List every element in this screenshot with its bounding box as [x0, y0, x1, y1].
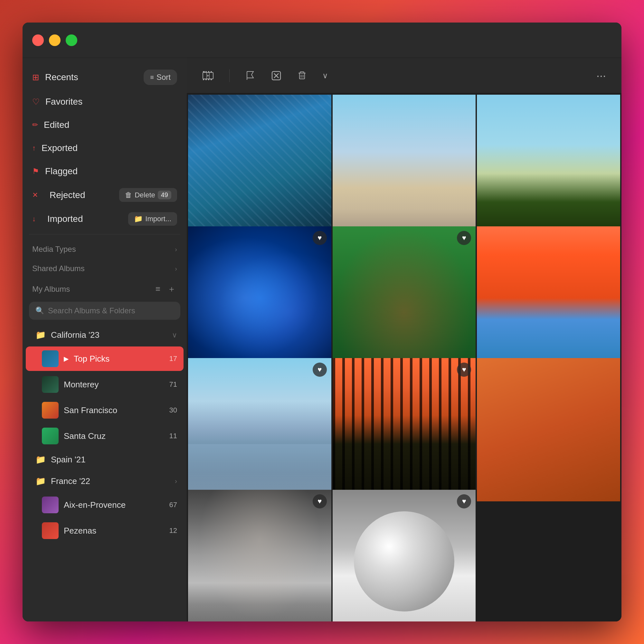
photo-cell-seals[interactable]: ♥: [333, 226, 476, 370]
edited-icon: ✏: [32, 121, 38, 129]
photo-shore-fav[interactable]: ♥: [313, 363, 327, 377]
import-button[interactable]: 📁 Import...: [128, 212, 177, 226]
sort-label: Sort: [156, 73, 171, 82]
album-pezenas-count: 12: [169, 526, 177, 535]
photo-fish-bg: [188, 95, 331, 238]
photo-cell-bw-object[interactable]: ♥: [333, 490, 476, 621]
toolbar-separator-1: [229, 69, 230, 82]
reject-button[interactable]: [268, 68, 284, 84]
content-area: ∨ ··· ♥: [187, 58, 621, 621]
sidebar-item-favorites[interactable]: ♡ Favorites: [26, 91, 184, 113]
search-icon: 🔍: [35, 307, 44, 315]
close-button[interactable]: [32, 34, 44, 46]
svg-rect-5: [203, 79, 204, 80]
album-pezenas-label: Pezenas: [64, 526, 164, 536]
my-albums-label: My Albums: [32, 285, 70, 294]
photo-cell-tree[interactable]: [477, 95, 620, 238]
my-albums-header: My Albums ≡ ＋: [23, 276, 187, 299]
flag-button[interactable]: [242, 68, 259, 84]
search-input[interactable]: [48, 306, 174, 315]
albums-sort-button[interactable]: ≡: [154, 282, 162, 296]
photo-cell-partial[interactable]: [477, 358, 620, 501]
favorites-label: Favorites: [45, 97, 82, 107]
folder-california-icon: 📁: [35, 330, 46, 340]
minimize-button[interactable]: [49, 34, 61, 46]
search-container: 🔍: [29, 302, 180, 320]
sidebar-item-imported[interactable]: ↓ Imported 📁 Import...: [26, 208, 184, 230]
favorites-icon: ♡: [32, 97, 40, 107]
album-top-picks-label: Top Picks: [74, 354, 164, 364]
photo-cell-forest-sunset[interactable]: ♥: [333, 358, 476, 501]
sort-button[interactable]: ≡ Sort: [144, 70, 177, 85]
folder-france-chevron: ›: [175, 477, 177, 486]
photo-ocean-sunset-bg: [477, 226, 620, 370]
photo-cell-bw-portrait[interactable]: ♥: [188, 490, 331, 621]
flag-icon: [245, 70, 256, 81]
albums-add-button[interactable]: ＋: [166, 282, 177, 296]
album-aix-en-provence[interactable]: Aix-en-Provence 67: [26, 493, 184, 517]
rejected-icon: ✕: [32, 191, 38, 199]
album-santa-cruz[interactable]: Santa Cruz 11: [26, 424, 184, 448]
import-label: Import...: [145, 215, 171, 223]
photo-jellyfish-bg: [188, 226, 331, 370]
exported-label: Exported: [42, 143, 78, 153]
photo-seals-fav[interactable]: ♥: [457, 231, 471, 245]
traffic-lights: [32, 34, 77, 46]
photo-cell-ocean-sunset[interactable]: [477, 226, 620, 370]
sidebar: ⊞ Recents ≡ Sort ♡ Favorites ✏ Edited ↑: [23, 58, 187, 621]
top-picks-flag-icon: ▶: [64, 355, 69, 363]
chevron-down-button[interactable]: ∨: [320, 69, 331, 83]
more-button[interactable]: ···: [594, 66, 609, 85]
section-media-types[interactable]: Media Types ›: [23, 238, 187, 257]
album-san-francisco[interactable]: San Francisco 30: [26, 398, 184, 422]
rejected-count: 49: [158, 191, 171, 199]
album-aix-label: Aix-en-Provence: [64, 500, 164, 510]
photo-bw-object-bg: [333, 490, 476, 621]
sidebar-item-rejected[interactable]: ✕ Rejected 🗑 Delete 49: [26, 184, 184, 206]
reject-icon: [271, 70, 282, 81]
photo-cell-shore[interactable]: ♥: [188, 358, 331, 501]
album-top-picks-thumb: [42, 350, 59, 367]
photo-forest-sunset-fav[interactable]: ♥: [457, 363, 471, 377]
section-shared-albums[interactable]: Shared Albums ›: [23, 257, 187, 276]
album-monterey-count: 71: [169, 380, 177, 389]
photo-cell-beach[interactable]: [333, 95, 476, 238]
sidebar-item-flagged[interactable]: ⚑ Flagged: [26, 160, 184, 182]
svg-rect-9: [204, 71, 205, 72]
album-monterey[interactable]: Monterey 71: [26, 372, 184, 397]
photo-jellyfish-fav[interactable]: ♥: [313, 231, 327, 245]
photo-grid: ♥ ♥ ♥ ♥: [187, 93, 621, 621]
delete-toolbar-button[interactable]: [294, 68, 310, 84]
sidebar-item-recents[interactable]: ⊞ Recents ≡ Sort: [26, 65, 184, 90]
folder-france-icon: 📁: [35, 476, 46, 486]
sort-icon: ≡: [150, 74, 154, 81]
shared-albums-chevron: ›: [175, 265, 177, 272]
album-top-picks-count: 17: [169, 355, 177, 363]
folder-france-22[interactable]: 📁 France '22 ›: [26, 471, 184, 491]
folder-california-23[interactable]: 📁 California '23 ∨: [26, 325, 184, 345]
sidebar-item-exported[interactable]: ↑ Exported: [26, 137, 184, 159]
photo-cell-fish[interactable]: [188, 95, 331, 238]
sidebar-item-edited[interactable]: ✏ Edited: [26, 114, 184, 136]
photo-bw-portrait-fav[interactable]: ♥: [313, 494, 327, 508]
svg-rect-3: [208, 71, 209, 72]
toolbar: ∨ ···: [187, 58, 621, 93]
rejected-label: Rejected: [50, 190, 113, 200]
album-monterey-label: Monterey: [64, 380, 164, 390]
album-san-francisco-thumb: [42, 402, 59, 419]
media-types-label: Media Types: [32, 245, 76, 254]
album-top-picks[interactable]: ▶ Top Picks 17: [26, 346, 184, 371]
photo-partial-bg: [477, 358, 620, 501]
photo-shore-bg: [188, 358, 331, 501]
main-layout: ⊞ Recents ≡ Sort ♡ Favorites ✏ Edited ↑: [23, 58, 621, 621]
album-santa-cruz-count: 11: [169, 432, 177, 440]
photo-bw-object-fav[interactable]: ♥: [457, 494, 471, 508]
album-pezenas[interactable]: Pezenas 12: [26, 518, 184, 543]
photo-cell-jellyfish[interactable]: ♥: [188, 226, 331, 370]
exported-icon: ↑: [32, 144, 36, 152]
delete-button[interactable]: 🗑 Delete 49: [119, 188, 177, 202]
folder-spain-21[interactable]: 📁 Spain '21: [26, 450, 184, 470]
maximize-button[interactable]: [66, 34, 77, 46]
filmstrip-button[interactable]: [200, 67, 216, 84]
svg-rect-6: [205, 79, 207, 80]
